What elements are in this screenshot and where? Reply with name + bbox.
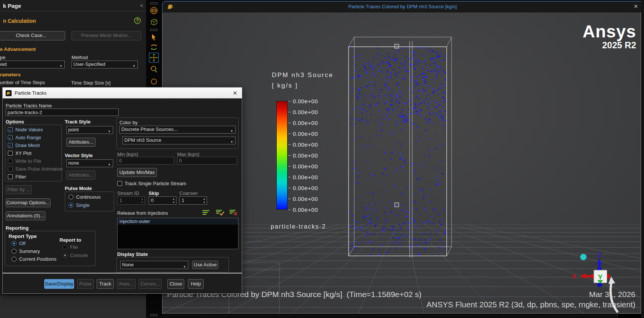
curves-button[interactable]: Curves...: [139, 279, 162, 289]
colorbar-label: 0.00e+00: [293, 109, 318, 115]
view-cube-icon[interactable]: [149, 17, 159, 27]
rotate-view-icon[interactable]: [149, 42, 159, 52]
radio-icon: [12, 241, 16, 246]
spin-down-icon[interactable]: ▼: [141, 201, 143, 204]
use-active-button[interactable]: Use Active: [192, 261, 218, 269]
particle-tracks-dialog: Particle Tracks ✕ Particle Tracks Name O…: [2, 87, 242, 294]
mesh-display-icon[interactable]: [149, 6, 159, 15]
spin-up-icon[interactable]: ▲: [203, 198, 206, 200]
track-name-label: particle-tracks-2: [271, 223, 326, 230]
checkbox-save-pulse-animation[interactable]: ✓Save Pulse Animation: [8, 166, 63, 172]
zoom-tool-icon[interactable]: [149, 64, 159, 74]
checkbox-write-to-file[interactable]: ✓Write to File: [8, 158, 41, 164]
display-state-dropdown[interactable]: None▼: [120, 261, 188, 269]
stream-id-stepper[interactable]: 1▲▼: [117, 196, 145, 205]
reporting-title: Reporting: [6, 225, 28, 231]
vector-attributes-button[interactable]: Attributes...: [66, 171, 95, 180]
checkbox-track-single-particle-stream[interactable]: ✓Track Single Particle Stream: [117, 181, 186, 186]
checkbox-xy-plot[interactable]: ✓XY Plot: [8, 150, 31, 156]
graphics-window-tab[interactable]: Particle Traces Colored by DPM nh3 Sourc…: [162, 1, 643, 12]
close-button[interactable]: Close: [167, 279, 184, 289]
radio-pulse-continuous[interactable]: Continuous: [69, 194, 101, 200]
dialog-titlebar[interactable]: Particle Tracks ✕: [3, 88, 242, 98]
method-dropdown[interactable]: User-Specified▼: [72, 61, 138, 68]
triad-ball: [580, 254, 587, 260]
toolbar-grip[interactable]: [150, 28, 158, 31]
skip-stepper[interactable]: 0▲▼: [149, 196, 176, 205]
z-axis-label: Z: [598, 251, 601, 259]
vector-style-dropdown[interactable]: none▼: [66, 159, 113, 167]
zoom-box-icon[interactable]: [149, 76, 159, 86]
fluent-logo-icon: [6, 90, 12, 96]
toolbar-grip[interactable]: [150, 314, 158, 316]
pan-tool-icon[interactable]: [149, 53, 159, 62]
checkbox-node-values[interactable]: ✓Node Values: [8, 127, 43, 132]
deselect-all-icon[interactable]: [229, 210, 238, 215]
colorbar-label: 0.00e+00: [293, 120, 318, 126]
right-edge-strip: [641, 0, 644, 318]
particle-tracks-name-input[interactable]: [6, 108, 119, 116]
spin-down-icon[interactable]: ▼: [172, 201, 175, 204]
toolbar-grip[interactable]: [150, 2, 158, 4]
axes-button[interactable]: Axes...: [117, 279, 136, 289]
colorbar-tick: [288, 188, 291, 188]
name-label: Particle Tracks Name: [6, 103, 52, 108]
radio-pulse-single[interactable]: Single: [69, 202, 89, 208]
preview-mesh-motion-button[interactable]: Preview Mesh Motion...: [72, 31, 141, 40]
task-page-header-bar: k Page <: [0, 0, 146, 11]
color-by-category-dropdown[interactable]: Discrete Phase Sources...▼: [119, 126, 236, 134]
max-input[interactable]: [177, 157, 237, 165]
checkbox-filter[interactable]: ✓Filter: [8, 174, 26, 180]
pulse-button[interactable]: Pulse: [77, 279, 94, 289]
checkbox-icon: ✓: [8, 166, 13, 171]
chevron-down-icon: ▼: [108, 162, 111, 168]
checkbox-icon: ✓: [8, 151, 13, 156]
ansys-logo: Ansys 2025 R2: [572, 22, 636, 50]
checkbox-icon: ✓: [8, 127, 13, 132]
pointer-tool-icon[interactable]: [149, 32, 159, 42]
track-button[interactable]: Track: [97, 279, 114, 289]
spin-up-icon[interactable]: ▲: [172, 198, 175, 200]
track-attributes-button[interactable]: Attributes...: [66, 138, 95, 147]
select-all-icon[interactable]: [202, 210, 211, 215]
collapse-panel-icon[interactable]: <: [140, 3, 143, 9]
radio-report-to-console[interactable]: Console: [63, 253, 88, 258]
close-icon[interactable]: ✕: [634, 3, 638, 9]
min-input[interactable]: [117, 157, 174, 165]
close-icon[interactable]: ✕: [233, 90, 237, 97]
color-by-variable-dropdown[interactable]: DPM nh3 Source▼: [122, 137, 236, 144]
radio-report-off[interactable]: Off: [12, 241, 25, 246]
y-axis-label: Y: [598, 273, 603, 281]
update-min-max-button[interactable]: Update Min/Max: [117, 168, 157, 177]
probe-marker-mid: [395, 203, 399, 207]
chevron-down-icon: ▼: [230, 128, 233, 135]
select-checked-icon[interactable]: [215, 210, 224, 215]
colorbar-tick: [288, 199, 291, 199]
save-display-button[interactable]: Save/Display: [44, 279, 74, 289]
colorbar-tick: [288, 155, 291, 156]
checkbox-auto-range[interactable]: ✓Auto Range: [8, 135, 41, 140]
annotations-button[interactable]: Annotations (0)...: [6, 211, 45, 220]
injections-list[interactable]: injection-outer: [117, 218, 239, 249]
colorbar-tick: [288, 177, 291, 177]
spin-up-icon[interactable]: ▲: [141, 198, 143, 200]
filter-by-button[interactable]: Filter by ...: [6, 185, 32, 194]
track-style-dropdown[interactable]: point▼: [66, 126, 113, 134]
colorbar-tick: [288, 101, 291, 101]
list-item-injection-outer[interactable]: injection-outer: [118, 218, 238, 225]
release-from-injections-label: Release from Injections: [117, 210, 168, 216]
colorbar-tick: [288, 166, 291, 166]
help-icon[interactable]: ?: [134, 17, 141, 24]
spin-down-icon[interactable]: ▼: [203, 201, 206, 204]
check-case-button[interactable]: Check Case...: [0, 31, 65, 40]
radio-report-current-positions[interactable]: Current Positions: [12, 256, 57, 262]
checkbox-draw-mesh[interactable]: ✓Draw Mesh: [8, 143, 40, 148]
radio-report-to-file[interactable]: File: [63, 244, 78, 250]
radio-report-summary[interactable]: Summary: [12, 248, 40, 254]
coarsen-stepper[interactable]: 1▲▼: [179, 196, 207, 205]
track-style-title: Track Style: [65, 119, 91, 125]
help-button[interactable]: Help: [188, 279, 204, 289]
colormap-options-button[interactable]: Colormap Options...: [6, 198, 51, 207]
radio-icon: [69, 195, 73, 199]
type-dropdown[interactable]: xed▼: [0, 61, 65, 68]
